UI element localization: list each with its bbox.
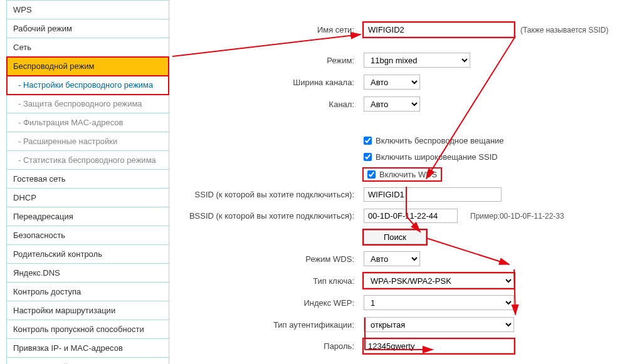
sidebar-item-forwarding[interactable]: Переадресация — [7, 207, 169, 226]
sidebar-item-wireless-settings[interactable]: - Настройки беспроводного режима — [7, 76, 169, 95]
label-enable-wds: Включить WDS — [379, 170, 437, 179]
sidebar-item-wps[interactable]: WPS — [7, 1, 169, 19]
sidebar-item-network[interactable]: Сеть — [7, 38, 169, 57]
sidebar-item-dhcp[interactable]: DHCP — [7, 189, 169, 207]
sidebar-item-wireless-security[interactable]: - Защита беспроводного режима — [7, 95, 169, 113]
sidebar-item-guest-network[interactable]: Гостевая сеть — [7, 170, 169, 189]
content-pane: Имя сети: (Также называется SSID) Режим:… — [188, 0, 636, 358]
sidebar-item-security[interactable]: Безопасность — [7, 226, 169, 245]
search-button[interactable]: Поиск — [364, 230, 426, 244]
sidebar-item-ip-mac-binding[interactable]: Привязка IP- и MAC-адресов — [7, 339, 169, 358]
sidebar-nav: WPS Рабочий режим Сеть Беспроводной режи… — [6, 0, 169, 364]
label-chan-width: Ширина канала: — [188, 78, 364, 87]
label-channel: Канал: — [188, 100, 364, 109]
sidebar-item-mac-filter[interactable]: - Фильтрация MAC-адресов — [7, 113, 169, 132]
label-enable-ssid-bcast: Включить широковещание SSID — [376, 152, 498, 162]
sidebar-item-advanced[interactable]: - Расширенные настройки — [7, 132, 169, 151]
label-wds-mode: Режим WDS: — [188, 254, 364, 264]
select-key-type[interactable]: WPA-PSK/WPA2-PSK — [364, 273, 514, 288]
input-target-bssid[interactable] — [364, 209, 458, 223]
select-mode[interactable]: 11bgn mixed — [364, 53, 470, 68]
label-target-bssid: BSSID (к которой вы хотите подключиться)… — [188, 211, 364, 221]
label-ssid-name: Имя сети: — [188, 25, 364, 34]
select-auth-type[interactable]: открытая — [364, 317, 514, 332]
sidebar-item-parental[interactable]: Родительский контроль — [7, 245, 169, 264]
sidebar-item-access-control[interactable]: Контроль доступа — [7, 283, 169, 301]
sidebar-item-wireless[interactable]: Беспроводной режим — [7, 57, 169, 76]
label-wep-index: Индекс WEP: — [188, 298, 364, 308]
checkbox-enable-wds[interactable] — [367, 170, 376, 179]
checkbox-enable-ssid-bcast[interactable] — [364, 153, 372, 161]
label-mode: Режим: — [188, 56, 364, 65]
sidebar-item-ddns[interactable]: Динамический DNS — [7, 358, 169, 364]
note-bssid-example: Пример:00-1D-0F-11-22-33 — [470, 212, 564, 221]
label-enable-wireless: Включить беспроводное вещание — [376, 136, 504, 145]
sidebar-item-routing[interactable]: Настройки маршрутизации — [7, 301, 169, 320]
label-target-ssid: SSID (к которой вы хотите подключиться): — [188, 190, 364, 199]
select-wep-index[interactable]: 1 — [364, 295, 514, 310]
select-channel[interactable]: Авто — [364, 96, 420, 112]
select-wds-mode[interactable]: Авто — [364, 251, 420, 266]
label-auth-type: Тип аутентификации: — [188, 320, 364, 330]
select-chan-width[interactable]: Авто — [364, 75, 420, 90]
checkbox-enable-wireless[interactable] — [364, 137, 372, 145]
input-target-ssid[interactable] — [364, 187, 502, 202]
input-ssid-name[interactable] — [364, 23, 514, 37]
sidebar-item-bandwidth-control[interactable]: Контроль пропускной способности — [7, 320, 169, 339]
note-also-ssid: (Также называется SSID) — [520, 26, 608, 34]
sidebar-item-yandex-dns[interactable]: Яндекс.DNS — [7, 264, 169, 283]
input-password[interactable] — [364, 339, 514, 353]
sidebar-item-work-mode[interactable]: Рабочий режим — [7, 19, 169, 38]
label-key-type: Тип ключа: — [188, 276, 364, 286]
sidebar-item-wireless-stats[interactable]: - Статистика беспроводного режима — [7, 151, 169, 170]
label-password: Пароль: — [188, 341, 364, 351]
